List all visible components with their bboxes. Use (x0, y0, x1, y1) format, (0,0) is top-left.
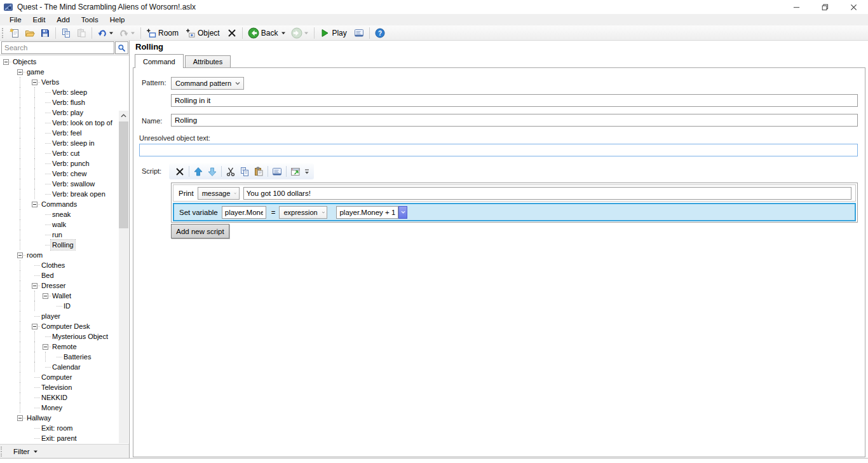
tree-item-commands[interactable]: Commands (0, 199, 118, 209)
tree-item-exit-room[interactable]: Exit: room (0, 423, 118, 433)
expression-input[interactable] (336, 206, 398, 219)
tree-item-computer-desk[interactable]: Computer Desk (0, 321, 118, 331)
expression-dropdown-button[interactable] (398, 206, 407, 219)
pattern-label: Pattern: (142, 79, 166, 86)
script-row-set-variable[interactable]: Set variable = expression (173, 203, 856, 221)
tree-item-player[interactable]: player (0, 311, 118, 321)
search-button[interactable] (115, 41, 128, 54)
tree-item-dresser[interactable]: Dresser (0, 280, 118, 291)
tree-item-nekkid[interactable]: NEKKID (0, 392, 118, 403)
value-type-dropdown[interactable]: expression (279, 206, 327, 219)
tree-item-verb-swallow[interactable]: Verb: swallow (0, 179, 118, 189)
new-button[interactable] (8, 27, 22, 39)
tree-collapse-toggle[interactable] (3, 59, 9, 65)
tree-item-remote[interactable]: Remote (0, 342, 118, 352)
back-button[interactable]: Back (246, 26, 288, 40)
tree-item-walk[interactable]: walk (0, 219, 118, 230)
add-new-script-button[interactable]: Add new script (171, 224, 229, 238)
tree-item-hallway[interactable]: Hallway (0, 413, 118, 423)
tree-item-verb-feel[interactable]: Verb: feel (0, 128, 118, 138)
script-arrow-down-button[interactable] (205, 165, 219, 179)
help-button[interactable]: ? (373, 27, 387, 39)
copy-button[interactable] (59, 27, 73, 39)
tree-item-television[interactable]: Television (0, 382, 118, 392)
script-copy-button[interactable] (238, 165, 252, 179)
tree-item-computer[interactable]: Computer (0, 372, 118, 382)
tree-item-exit-parent[interactable]: Exit: parent (0, 433, 118, 443)
tree-item-objects[interactable]: Objects (0, 57, 118, 67)
delete-button[interactable] (225, 27, 239, 39)
scroll-up-button[interactable] (119, 111, 128, 121)
print-type-dropdown[interactable]: message (198, 187, 240, 200)
print-message-input[interactable] (243, 187, 851, 200)
tree-item-sneak[interactable]: sneak (0, 209, 118, 219)
menu-item-file[interactable]: File (4, 15, 27, 25)
script-popout-button[interactable] (288, 165, 302, 179)
tree-item-verb-look-on-top-of[interactable]: Verb: look on top of (0, 118, 118, 128)
open-button[interactable] (23, 27, 37, 39)
tab-command[interactable]: Command (135, 54, 184, 68)
tree-item-batteries[interactable]: Batteries (0, 352, 118, 362)
tree-collapse-toggle[interactable] (32, 79, 37, 85)
toolbar-overflow-icon[interactable] (304, 167, 310, 177)
script-cut-button[interactable] (224, 165, 238, 179)
script-arrow-up-button[interactable] (191, 165, 205, 179)
log-button[interactable] (352, 27, 366, 39)
tree-item-verb-play[interactable]: Verb: play (0, 107, 118, 118)
script-paste-button[interactable] (252, 165, 266, 179)
tree-item-run[interactable]: run (0, 230, 118, 240)
tree-item-game[interactable]: game (0, 67, 118, 77)
save-button[interactable] (38, 27, 52, 39)
tab-attributes[interactable]: Attributes (185, 55, 231, 68)
tree-item-money[interactable]: Money (0, 403, 118, 413)
menu-item-edit[interactable]: Edit (27, 15, 51, 25)
name-input[interactable] (171, 114, 858, 127)
tree-item-room[interactable]: room (0, 250, 118, 260)
tree-scrollbar[interactable] (119, 111, 128, 443)
tree-collapse-toggle[interactable] (32, 324, 37, 329)
tree-item-mysterious-object[interactable]: Mysterious Object (0, 331, 118, 342)
tree-item-verb-flush[interactable]: Verb: flush (0, 97, 118, 107)
menu-item-help[interactable]: Help (104, 15, 131, 25)
menu-item-add[interactable]: Add (51, 15, 75, 25)
tree-item-verb-chew[interactable]: Verb: chew (0, 169, 118, 179)
restore-button[interactable] (811, 0, 839, 14)
tree-item-verb-sleep[interactable]: Verb: sleep (0, 87, 118, 97)
close-button[interactable] (839, 0, 868, 14)
panel-splitter[interactable] (129, 41, 130, 458)
scrollbar-thumb[interactable] (119, 121, 128, 228)
search-input[interactable] (1, 41, 114, 54)
script-row-print[interactable]: Print message (173, 184, 856, 202)
tree-collapse-toggle[interactable] (32, 283, 37, 289)
menu-item-tools[interactable]: Tools (76, 15, 104, 25)
variable-name-input[interactable] (222, 206, 266, 219)
tree-item-id[interactable]: ID (0, 301, 118, 311)
tree-item-calendar[interactable]: Calendar (0, 362, 118, 372)
script-log-window-button[interactable] (270, 165, 284, 179)
script-delete-x-button[interactable] (173, 165, 187, 179)
tree-item-verb-punch[interactable]: Verb: punch (0, 158, 118, 169)
pattern-type-dropdown[interactable]: Command pattern (171, 77, 244, 90)
tree-collapse-toggle[interactable] (43, 344, 48, 350)
tree-item-verb-sleep-in[interactable]: Verb: sleep in (0, 138, 118, 148)
tree-item-verb-cut[interactable]: Verb: cut (0, 148, 118, 158)
tree-item-bed[interactable]: Bed (0, 270, 118, 280)
unresolved-object-text-input[interactable] (139, 144, 858, 156)
add-room-button[interactable]: Room (144, 27, 182, 39)
tree-collapse-toggle[interactable] (17, 252, 23, 258)
tree-collapse-toggle[interactable] (17, 69, 23, 75)
tree-item-verb-break-open[interactable]: Verb: break open (0, 189, 118, 199)
add-object-button[interactable]: Object (184, 27, 224, 39)
minimize-button[interactable] (782, 0, 811, 14)
tree-collapse-toggle[interactable] (32, 202, 37, 207)
tree-collapse-toggle[interactable] (17, 415, 23, 421)
tree-item-verbs[interactable]: Verbs (0, 77, 118, 87)
tree-item-rolling[interactable]: Rolling (0, 240, 118, 250)
tree-item-wallet[interactable]: Wallet (0, 291, 118, 301)
tree-item-clothes[interactable]: Clothes (0, 260, 118, 270)
play-button[interactable]: Play (318, 27, 350, 39)
tree-collapse-toggle[interactable] (43, 293, 48, 299)
filter-button[interactable]: Filter (10, 446, 42, 457)
pattern-input[interactable] (171, 94, 858, 107)
undo-button[interactable] (95, 27, 116, 39)
